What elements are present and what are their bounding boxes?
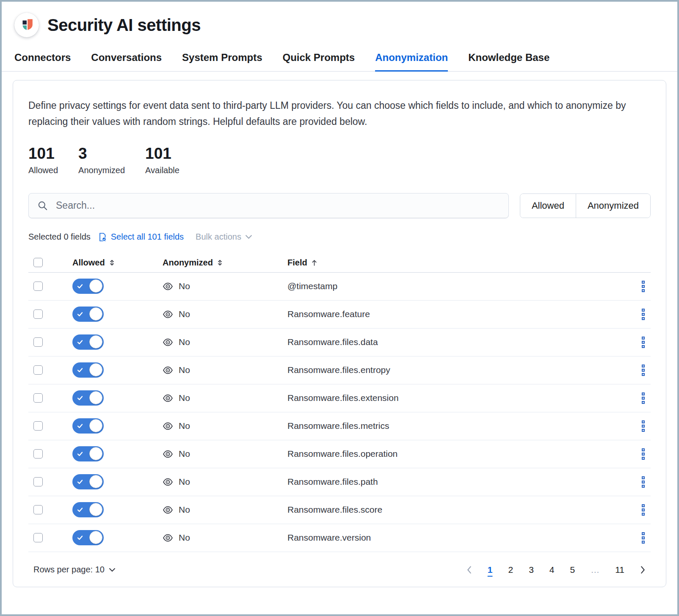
tab-knowledge-base[interactable]: Knowledge Base	[468, 52, 549, 72]
row-checkbox[interactable]	[33, 449, 43, 459]
sort-updown-icon	[216, 259, 224, 267]
previous-page-button[interactable]	[466, 566, 472, 574]
table-header-row: Allowed Anonymized Field	[28, 253, 651, 273]
row-checkbox[interactable]	[33, 533, 43, 542]
table-body: No @timestamp No Ransomware.feature	[28, 273, 651, 552]
page-ellipsis: …	[591, 565, 599, 575]
eye-icon	[163, 449, 173, 459]
next-page-button[interactable]	[640, 566, 646, 574]
allowed-toggle[interactable]	[72, 502, 104, 517]
rows-per-page-label: Rows per page: 10	[33, 565, 105, 575]
row-checkbox[interactable]	[33, 421, 43, 431]
allowed-toggle[interactable]	[72, 362, 104, 378]
selection-row: Selected 0 fields Select all 101 fields …	[28, 232, 651, 242]
column-header-anonymized[interactable]: Anonymized	[163, 258, 287, 268]
row-actions-button[interactable]	[642, 448, 645, 460]
row-checkbox[interactable]	[33, 393, 43, 403]
row-actions-button[interactable]	[642, 337, 645, 348]
tab-quick-prompts[interactable]: Quick Prompts	[282, 52, 355, 72]
tab-connectors[interactable]: Connectors	[14, 52, 71, 72]
stat-label: Allowed	[28, 166, 58, 175]
check-icon	[77, 423, 83, 429]
toggle-knob	[89, 419, 102, 432]
page-title: Security AI settings	[47, 16, 201, 35]
eye-icon	[163, 477, 173, 487]
row-actions-button[interactable]	[642, 309, 645, 320]
stat-label: Available	[145, 166, 179, 175]
filter-button-group: AllowedAnonymized	[520, 193, 651, 218]
page-button-11[interactable]: 11	[615, 565, 624, 575]
eye-icon	[163, 421, 173, 431]
allowed-toggle[interactable]	[72, 446, 104, 461]
field-name: Ransomware.files.metrics	[287, 421, 621, 431]
row-checkbox[interactable]	[33, 337, 43, 347]
row-checkbox[interactable]	[33, 282, 43, 291]
tab-system-prompts[interactable]: System Prompts	[182, 52, 262, 72]
select-all-link[interactable]: Select all 101 fields	[111, 232, 184, 242]
field-name: Ransomware.feature	[287, 309, 621, 319]
security-shield-icon	[19, 18, 34, 32]
search-box[interactable]	[28, 193, 509, 218]
column-header-allowed[interactable]: Allowed	[72, 258, 163, 268]
row-actions-button[interactable]	[642, 420, 645, 432]
allowed-toggle[interactable]	[72, 334, 104, 350]
table-row: No Ransomware.version	[28, 524, 651, 552]
row-actions-button[interactable]	[642, 365, 645, 376]
page-button-2[interactable]: 2	[508, 565, 513, 575]
filter-button-allowed[interactable]: Allowed	[520, 194, 576, 218]
row-checkbox[interactable]	[33, 505, 43, 514]
sort-asc-icon	[311, 259, 318, 267]
anonymized-value: No	[179, 449, 190, 459]
row-actions-button[interactable]	[642, 392, 645, 404]
field-name: Ransomware.files.path	[287, 477, 621, 487]
page-button-3[interactable]: 3	[529, 565, 534, 575]
page-button-1[interactable]: 1	[488, 565, 493, 575]
page-button-4[interactable]: 4	[549, 565, 555, 575]
filter-button-anonymized[interactable]: Anonymized	[576, 194, 650, 218]
check-icon	[77, 450, 83, 457]
search-input[interactable]	[55, 199, 500, 212]
bulk-actions-button[interactable]: Bulk actions	[196, 232, 252, 242]
anonymized-value: No	[179, 533, 190, 543]
table-row: No Ransomware.files.entropy	[28, 356, 651, 384]
allowed-toggle[interactable]	[72, 530, 104, 545]
elastic-security-logo	[14, 13, 39, 37]
row-checkbox[interactable]	[33, 309, 43, 319]
field-name: Ransomware.files.score	[287, 505, 621, 515]
row-actions-button[interactable]	[642, 504, 645, 516]
stat-anonymized: 3Anonymized	[78, 146, 125, 175]
allowed-toggle[interactable]	[72, 279, 104, 294]
page-button-5[interactable]: 5	[570, 565, 575, 575]
allowed-toggle[interactable]	[72, 390, 104, 406]
selected-count-text: Selected 0 fields	[28, 232, 91, 242]
row-checkbox[interactable]	[33, 477, 43, 486]
select-all-checkbox[interactable]	[33, 258, 43, 267]
chevron-down-icon	[245, 235, 252, 239]
check-icon	[77, 311, 83, 318]
tab-conversations[interactable]: Conversations	[91, 52, 162, 72]
eye-icon	[163, 309, 173, 320]
table-row: No Ransomware.files.path	[28, 468, 651, 496]
row-actions-button[interactable]	[642, 476, 645, 488]
rows-per-page-button[interactable]: Rows per page: 10	[33, 565, 116, 575]
toggle-knob	[89, 531, 102, 544]
table-row: No @timestamp	[28, 273, 651, 301]
check-icon	[77, 395, 83, 401]
row-checkbox[interactable]	[33, 365, 43, 375]
column-header-field[interactable]: Field	[287, 258, 621, 268]
anonymization-panel: Define privacy settings for event data s…	[13, 80, 666, 587]
row-actions-button[interactable]	[642, 281, 645, 292]
anonymized-value: No	[179, 365, 190, 375]
allowed-toggle[interactable]	[72, 307, 104, 322]
toggle-knob	[89, 363, 102, 376]
anonymized-value: No	[179, 505, 190, 515]
field-name: Ransomware.files.operation	[287, 449, 621, 459]
row-actions-button[interactable]	[642, 532, 645, 544]
check-icon	[77, 367, 83, 373]
page-numbers: 12345…11	[488, 565, 624, 575]
allowed-toggle[interactable]	[72, 474, 104, 489]
table-footer: Rows per page: 10 12345…11	[28, 565, 651, 575]
table-row: No Ransomware.files.operation	[28, 440, 651, 468]
tab-anonymization[interactable]: Anonymization	[375, 52, 448, 72]
allowed-toggle[interactable]	[72, 418, 104, 434]
